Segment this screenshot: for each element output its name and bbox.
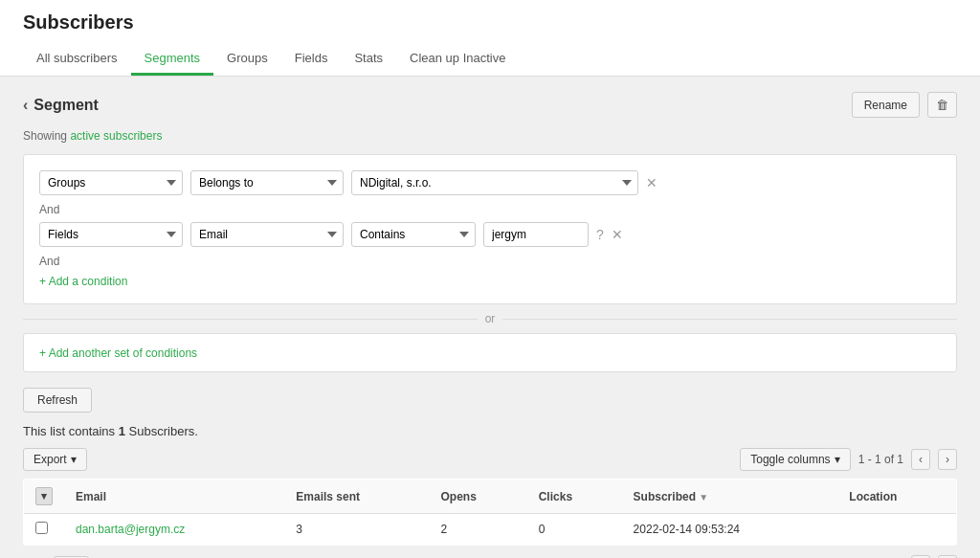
help-icon: ? (596, 227, 604, 242)
clicks-header: Clicks (527, 480, 622, 514)
row-emails-sent: 3 (284, 514, 429, 546)
toggle-dropdown-icon: ▾ (835, 453, 840, 466)
rename-button[interactable]: Rename (852, 92, 920, 118)
opens-header: Opens (429, 480, 526, 514)
row-checkbox-cell (24, 514, 65, 546)
showing-text: Showing active subscribers (23, 129, 957, 143)
section-header: ‹ Segment Rename 🗑 (23, 92, 957, 118)
condition-row-2: Fields Email Contains ? ✕ (39, 222, 941, 247)
add-set-box: + Add another set of conditions (23, 333, 957, 372)
row-location (837, 514, 956, 546)
list-info: This list contains 1 Subscribers. (23, 424, 957, 438)
condition1-field-select[interactable]: Groups (39, 170, 183, 195)
emails-sent-header: Emails sent (284, 480, 429, 514)
checkbox-header: ▾ (24, 480, 65, 514)
tab-fields[interactable]: Fields (281, 43, 342, 76)
tab-cleanup[interactable]: Clean up Inactive (396, 43, 519, 76)
condition2-remove-button[interactable]: ✕ (612, 227, 623, 242)
subscribed-header: Subscribed ▼ (622, 480, 838, 514)
subscribers-table: ▾ Email Emails sent Opens Clicks Subscri… (23, 479, 957, 546)
tab-groups[interactable]: Groups (213, 43, 281, 76)
header-actions: Rename 🗑 (852, 92, 957, 118)
or-divider: or (23, 312, 957, 325)
row-opens: 2 (429, 514, 526, 546)
tab-all-subscribers[interactable]: All subscribers (23, 43, 131, 76)
toolbar-left: Export ▾ (23, 448, 87, 471)
section-title: Segment (33, 97, 99, 114)
prev-page-button-top[interactable]: ‹ (911, 449, 930, 470)
delete-button[interactable]: 🗑 (927, 92, 957, 118)
condition2-operator-select[interactable]: Email (190, 222, 344, 247)
row-email: dan.barta@jergym.cz (64, 514, 284, 546)
refresh-button[interactable]: Refresh (23, 388, 92, 413)
next-page-button-top[interactable]: › (938, 449, 957, 470)
tab-segments[interactable]: Segments (131, 43, 214, 76)
checkbox-dropdown[interactable]: ▾ (35, 487, 53, 505)
row-clicks: 0 (527, 514, 622, 546)
add-condition-link[interactable]: + Add a condition (39, 275, 127, 288)
row-checkbox[interactable] (35, 522, 48, 534)
email-link[interactable]: dan.barta@jergym.cz (76, 523, 185, 536)
condition1-operator-select[interactable]: Belongs to (190, 170, 344, 195)
active-subscribers-link[interactable]: active subscribers (70, 129, 162, 143)
tab-stats[interactable]: Stats (341, 43, 396, 76)
table-toolbar: Export ▾ Toggle columns ▾ 1 - 1 of 1 ‹ › (23, 448, 957, 471)
condition2-condition-select[interactable]: Contains (351, 222, 476, 247)
table-row: dan.barta@jergym.cz 3 2 0 2022-02-14 09:… (24, 514, 957, 546)
condition2-value-input[interactable] (483, 222, 589, 247)
condition1-remove-button[interactable]: ✕ (646, 175, 657, 190)
page-title: Subscribers (23, 11, 957, 33)
back-arrow-icon: ‹ (23, 97, 28, 114)
subscribed-sort-icon: ▼ (699, 492, 708, 502)
back-link[interactable]: ‹ Segment (23, 97, 99, 114)
add-set-link[interactable]: + Add another set of conditions (39, 346, 197, 360)
condition1-value-select[interactable]: NDigital, s.r.o. (351, 170, 638, 195)
export-button[interactable]: Export ▾ (23, 448, 87, 471)
condition2-field-select[interactable]: Fields (39, 222, 183, 247)
conditions-box: Groups Belongs to NDigital, s.r.o. ✕ And… (23, 154, 957, 304)
condition-row-1: Groups Belongs to NDigital, s.r.o. ✕ (39, 170, 941, 195)
toolbar-right: Toggle columns ▾ 1 - 1 of 1 ‹ › (740, 448, 957, 471)
email-header: Email (64, 480, 284, 514)
and-label-1: And (39, 203, 941, 216)
export-dropdown-icon: ▾ (71, 453, 77, 466)
row-subscribed: 2022-02-14 09:53:24 (622, 514, 838, 546)
nav-tabs: All subscribers Segments Groups Fields S… (23, 43, 957, 76)
location-header: Location (837, 480, 956, 514)
and-label-2: And (39, 255, 941, 268)
pagination-info-top: 1 - 1 of 1 (858, 453, 903, 466)
toggle-columns-button[interactable]: Toggle columns ▾ (740, 448, 850, 471)
